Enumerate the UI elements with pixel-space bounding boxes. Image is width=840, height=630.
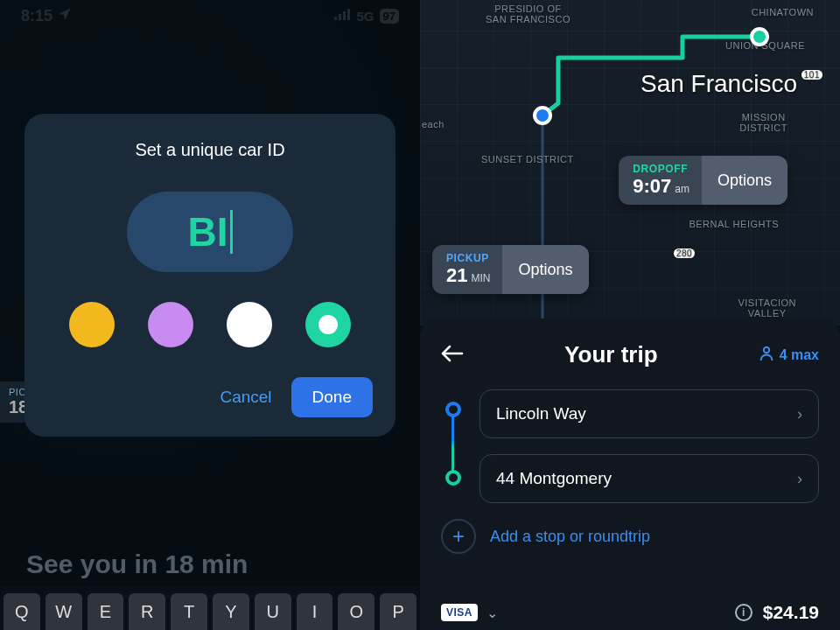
payment-method-button[interactable]: VISA ⌄ (441, 604, 498, 621)
map-label-chinatown: CHINATOWN (752, 7, 814, 18)
person-icon (759, 346, 774, 365)
modal-title: Set a unique car ID (47, 140, 373, 160)
trip-sheet: Your trip 4 max Lincoln Way › 44 Montgom… (420, 318, 840, 630)
stop-row-pickup[interactable]: Lincoln Way › (480, 389, 819, 438)
map-label-visitacion: VISITACIONVALLEY (738, 298, 796, 318)
modal-actions: Cancel Done (47, 377, 373, 417)
plus-icon: + (441, 519, 476, 554)
color-swatch-yellow[interactable] (69, 302, 115, 347)
car-id-input[interactable]: BI (127, 192, 293, 272)
info-icon[interactable]: i (735, 604, 752, 621)
color-swatch-purple[interactable] (148, 302, 193, 347)
trip-price: $24.19 (763, 602, 819, 623)
done-button[interactable]: Done (291, 377, 373, 417)
stop-pickup-label: Lincoln Way (496, 404, 586, 424)
dropoff-label: DROPOFF (633, 163, 690, 175)
city-label: San Francisco (640, 70, 797, 98)
back-button[interactable] (441, 343, 464, 368)
key-w[interactable]: W (46, 593, 82, 630)
car-id-modal: Set a unique car ID BI Cancel Done (24, 114, 396, 437)
dropoff-time: 9:07 (633, 175, 671, 198)
chevron-right-icon: › (797, 405, 802, 424)
pickup-options-button[interactable]: Options (502, 245, 588, 294)
key-i[interactable]: I (297, 593, 333, 630)
see-you-text: See you in 18 min (26, 550, 248, 579)
color-swatch-green[interactable] (305, 302, 351, 347)
car-id-value: BI (188, 208, 228, 256)
map-label-union-square: UNION SQUARE (725, 40, 805, 51)
keyboard-row: Q W E R T Y U I O P (0, 586, 420, 630)
text-cursor (230, 210, 233, 254)
map-shield-101: 101 (802, 70, 822, 80)
map-label-beach: each (422, 119, 444, 130)
map-label-sunset: SUNSET DISTRICT (481, 154, 574, 164)
color-picker-row (47, 302, 373, 347)
passenger-limit[interactable]: 4 max (759, 346, 819, 365)
pickup-label: PICKUP (446, 252, 490, 264)
dropoff-card: DROPOFF 9:07 am Options (619, 156, 788, 205)
stop-dropoff-label: 44 Montgomery (496, 469, 612, 488)
key-u[interactable]: U (255, 593, 291, 630)
pickup-card: PICKUP 21 MIN Options (432, 245, 589, 294)
stop-row-dropoff[interactable]: 44 Montgomery › (480, 454, 819, 503)
key-e[interactable]: E (88, 593, 124, 630)
cancel-button[interactable]: Cancel (220, 388, 271, 407)
map-label-mission: MISSIONDISTRICT (739, 112, 788, 133)
pickup-unit: MIN (471, 272, 490, 284)
add-stop-label: Add a stop or roundtrip (490, 528, 650, 546)
pickup-dot-icon (445, 402, 461, 417)
right-screenshot: PRESIDIO OFSAN FRANCISCO CHINATOWN UNION… (420, 0, 840, 630)
key-q[interactable]: Q (4, 593, 40, 630)
visa-card-icon: VISA (441, 604, 478, 621)
color-swatch-white[interactable] (227, 302, 272, 347)
left-screenshot: 8:15 5G 97 PICKUP 18 See you in 18 min Q… (0, 0, 420, 630)
sheet-title: Your trip (564, 341, 657, 368)
dropoff-unit: am (675, 183, 690, 195)
payment-row: VISA ⌄ i $24.19 (441, 602, 819, 623)
map[interactable]: PRESIDIO OFSAN FRANCISCO CHINATOWN UNION… (420, 0, 840, 326)
svg-point-4 (535, 108, 550, 123)
chevron-right-icon: › (797, 470, 802, 488)
key-y[interactable]: Y (213, 593, 249, 630)
chevron-down-icon: ⌄ (486, 605, 498, 621)
map-label-bernal: BERNAL HEIGHTS (689, 219, 779, 229)
add-stop-button[interactable]: + Add a stop or roundtrip (441, 519, 819, 554)
key-o[interactable]: O (338, 593, 374, 630)
pickup-time: 21 (446, 264, 467, 287)
stops-list: Lincoln Way › 44 Montgomery › (441, 389, 819, 503)
map-label-presidio: PRESIDIO OFSAN FRANCISCO (486, 4, 570, 24)
passenger-limit-text: 4 max (780, 347, 819, 363)
key-p[interactable]: P (380, 593, 416, 630)
arrow-left-icon (441, 343, 464, 367)
svg-point-6 (763, 346, 768, 352)
dropoff-dot-icon (445, 470, 461, 486)
map-shield-280: 280 (674, 248, 695, 258)
key-r[interactable]: R (129, 593, 165, 630)
key-t[interactable]: T (171, 593, 207, 630)
dropoff-options-button[interactable]: Options (702, 156, 788, 205)
